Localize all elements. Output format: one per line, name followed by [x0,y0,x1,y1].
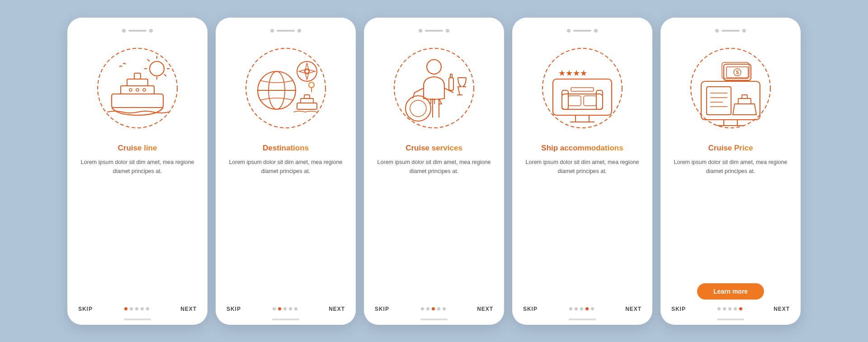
svg-point-29 [427,60,441,74]
pagination-dots [273,307,297,310]
pagination-dot-2[interactable] [580,307,583,310]
svg-point-12 [129,89,132,91]
status-dot [594,29,598,33]
skip-button[interactable]: SKIP [226,306,241,312]
card-body: Lorem ipsum dolor sit dim amet, mea regi… [512,158,652,301]
screens-container: Cruise lineLorem ipsum dolor sit dim ame… [67,18,801,325]
phone-card-destinations: DestinationsLorem ipsum dolor sit dim am… [216,18,356,325]
bottom-nav: SKIPNEXT [660,301,801,316]
svg-rect-30 [449,78,453,90]
skip-button[interactable]: SKIP [671,306,686,312]
pagination-dot-0[interactable] [124,307,127,310]
pagination-dot-2[interactable] [135,307,138,310]
bottom-handle [124,319,151,320]
svg-rect-48 [596,90,603,109]
pagination-dot-4[interactable] [739,307,742,310]
status-dot [419,29,422,33]
svg-point-14 [143,89,146,91]
svg-point-1 [150,61,164,76]
status-line [425,30,443,32]
svg-point-35 [410,100,426,117]
status-line [722,30,740,32]
pagination-dot-1[interactable] [130,307,133,310]
pagination-dot-1[interactable] [723,307,726,310]
pagination-dot-1[interactable] [575,307,578,310]
skip-button[interactable]: SKIP [375,306,389,312]
pagination-dot-0[interactable] [717,307,721,310]
status-dot [270,29,274,33]
next-button[interactable]: NEXT [180,306,197,312]
svg-rect-9 [121,86,154,94]
card-body: Lorem ipsum dolor sit dim amet, mea regi… [364,158,504,301]
card-title: Cruise line [109,143,166,153]
svg-point-40 [542,48,622,128]
card-title: Destinations [254,143,318,153]
svg-text:$: $ [736,70,739,75]
learn-more-button[interactable]: Learn more [697,283,764,300]
next-button[interactable]: NEXT [625,306,642,312]
pagination-dot-3[interactable] [289,307,292,310]
status-line [128,30,146,32]
status-dot [567,29,571,33]
status-bar [216,27,356,35]
pagination-dot-4[interactable] [294,307,297,310]
pagination-dot-0[interactable] [421,307,424,310]
pagination-dot-4[interactable] [146,307,149,310]
svg-point-27 [309,82,314,88]
pagination-dots [124,307,149,310]
pagination-dots [569,307,594,310]
pagination-dot-0[interactable] [569,307,572,310]
illustration-cruise-line [88,38,187,138]
svg-point-28 [394,48,474,128]
pagination-dot-4[interactable] [443,307,446,310]
bottom-nav: SKIPNEXT [512,301,652,316]
pagination-dot-1[interactable] [278,307,281,310]
pagination-dot-2[interactable] [432,307,435,310]
bottom-handle [272,319,299,320]
svg-rect-68 [722,62,749,79]
skip-button[interactable]: SKIP [78,306,93,312]
svg-rect-26 [304,95,310,98]
card-body: Lorem ipsum dolor sit dim amet, mea regi… [67,158,208,301]
pagination-dot-3[interactable] [585,307,589,310]
phone-card-cruise-services: Cruise servicesLorem ipsum dolor sit dim… [364,18,504,325]
pagination-dot-3[interactable] [437,307,440,310]
pagination-dot-3[interactable] [734,307,737,310]
svg-line-6 [147,59,150,61]
pagination-dot-1[interactable] [426,307,429,310]
status-bar [364,27,504,35]
svg-line-7 [164,74,166,76]
svg-rect-8 [112,94,163,108]
bottom-handle [717,319,744,320]
status-dot [297,29,301,33]
phone-card-cruise-price: $ Cruise PriceLorem ipsum dolor sit dim … [660,18,801,325]
bottom-handle [569,319,596,320]
svg-text:★★★★: ★★★★ [558,69,587,78]
pagination-dot-0[interactable] [273,307,276,310]
svg-rect-49 [568,96,581,106]
status-dot [446,29,449,33]
next-button[interactable]: NEXT [774,306,790,312]
bottom-nav: SKIPNEXT [67,301,208,316]
pagination-dot-4[interactable] [591,307,594,310]
svg-point-0 [98,48,177,128]
phone-card-ship-accommodations: ★★★★ Ship accommodationsLorem ipsum dolo… [512,18,652,325]
svg-point-13 [136,89,139,91]
next-button[interactable]: NEXT [329,306,345,312]
svg-rect-10 [127,79,148,86]
card-title: Ship accommodations [532,143,632,153]
svg-rect-62 [738,98,751,104]
pagination-dot-3[interactable] [141,307,144,310]
svg-rect-57 [707,87,731,115]
next-button[interactable]: NEXT [477,306,493,312]
svg-rect-11 [134,73,141,79]
status-dot [122,29,126,33]
pagination-dots [421,307,446,310]
phone-card-cruise-line: Cruise lineLorem ipsum dolor sit dim ame… [67,18,208,325]
skip-button[interactable]: SKIP [523,306,538,312]
pagination-dot-2[interactable] [728,307,731,310]
status-bar [512,27,652,35]
illustration-cruise-price: $ [681,38,780,138]
pagination-dot-2[interactable] [283,307,287,310]
bottom-handle [420,319,448,320]
